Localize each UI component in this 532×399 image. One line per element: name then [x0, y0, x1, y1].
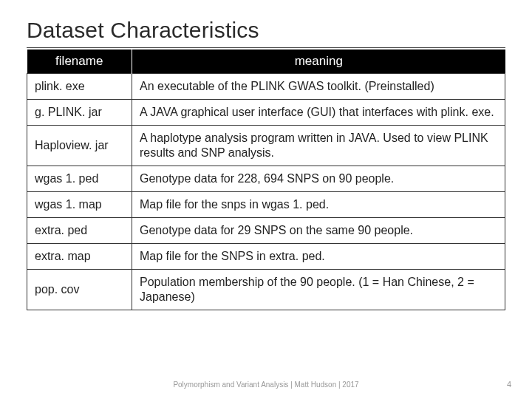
- page-number: 4: [507, 380, 511, 389]
- cell-meaning: A JAVA graphical user interface (GUI) th…: [132, 100, 505, 126]
- cell-filename: Haploview. jar: [27, 126, 132, 166]
- cell-meaning: Genotype data for 228, 694 SNPS on 90 pe…: [132, 166, 505, 192]
- cell-filename: extra. map: [27, 244, 132, 270]
- cell-filename: wgas 1. ped: [27, 166, 132, 192]
- table-header-row: filename meaning: [27, 50, 505, 74]
- dataset-table: filename meaning plink. exe An executabl…: [27, 50, 505, 310]
- table-row: Haploview. jar A haplotype analysis prog…: [27, 126, 505, 166]
- table-row: wgas 1. ped Genotype data for 228, 694 S…: [27, 166, 505, 192]
- footer-text: Polymorphism and Variant Analysis | Matt…: [0, 381, 532, 389]
- table-row: plink. exe An executable of the PLINK GW…: [27, 74, 505, 100]
- cell-meaning: An executable of the PLINK GWAS toolkit.…: [132, 74, 505, 100]
- cell-meaning: A haplotype analysis program written in …: [132, 126, 505, 166]
- table-row: extra. map Map file for the SNPS in extr…: [27, 244, 505, 270]
- table-row: wgas 1. map Map file for the snps in wga…: [27, 192, 505, 218]
- header-filename: filename: [27, 50, 132, 74]
- cell-filename: plink. exe: [27, 74, 132, 100]
- cell-meaning: Population membership of the 90 people. …: [132, 270, 505, 310]
- header-meaning: meaning: [132, 50, 505, 74]
- table-row: extra. ped Genotype data for 29 SNPS on …: [27, 218, 505, 244]
- cell-meaning: Map file for the snps in wgas 1. ped.: [132, 192, 505, 218]
- slide: Dataset Characteristics filename meaning…: [0, 0, 532, 399]
- slide-title: Dataset Characteristics: [27, 18, 505, 48]
- table-row: g. PLINK. jar A JAVA graphical user inte…: [27, 100, 505, 126]
- cell-filename: pop. cov: [27, 270, 132, 310]
- cell-meaning: Genotype data for 29 SNPS on the same 90…: [132, 218, 505, 244]
- cell-filename: extra. ped: [27, 218, 132, 244]
- cell-meaning: Map file for the SNPS in extra. ped.: [132, 244, 505, 270]
- table-row: pop. cov Population membership of the 90…: [27, 270, 505, 310]
- cell-filename: g. PLINK. jar: [27, 100, 132, 126]
- cell-filename: wgas 1. map: [27, 192, 132, 218]
